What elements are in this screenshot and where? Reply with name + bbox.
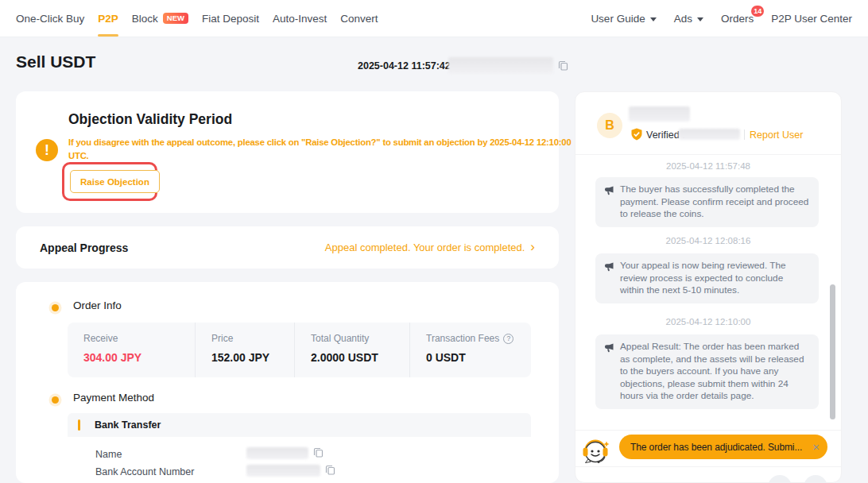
caret-down-icon (650, 17, 657, 21)
system-message-bubble: Your appeal is now being reviewed. The r… (595, 253, 819, 303)
nav-one-click-buy[interactable]: One-Click Buy (16, 0, 84, 37)
warning-line-2: UTC. (68, 149, 572, 163)
page-title: Sell USDT (16, 52, 95, 71)
field-value: 2.0000 USDT (311, 351, 409, 364)
appeal-progress-card: Appeal Progress Appeal completed. Your o… (16, 226, 559, 269)
nav-auto-invest[interactable]: Auto-Invest (273, 0, 327, 37)
adjudicated-toast: The order has been adjudicated. Submi...… (619, 435, 827, 459)
chat-timestamp: 2025-04-12 11:57:48 (575, 161, 841, 171)
help-icon[interactable]: ? (503, 334, 513, 344)
chat-action-button[interactable] (768, 475, 792, 483)
field-value: 0 USDT (426, 351, 531, 364)
nav-left-group: One-Click Buy P2P Block NEW Fiat Deposit… (16, 0, 378, 37)
nav-block[interactable]: Block NEW (132, 0, 188, 37)
nav-right-group: User Guide Ads Orders 14 P2P User Center (591, 0, 852, 37)
chat-timestamp: 2025-04-12 12:08:16 (575, 236, 841, 245)
payee-name-redacted (246, 447, 308, 459)
chat-panel: B Verified : Report User 2025-04-12 11:5… (575, 91, 842, 483)
close-icon[interactable]: × (808, 440, 820, 454)
raise-objection-button[interactable]: Raise Objection (70, 170, 160, 193)
nav-label: Auto-Invest (273, 13, 327, 25)
appeal-progress-label: Appeal Progress (40, 242, 128, 254)
bank-account-number-redacted (246, 465, 320, 477)
megaphone-icon (603, 342, 614, 354)
message-text: The buyer has successfully completed the… (620, 184, 808, 219)
support-mascot-icon[interactable] (579, 435, 611, 467)
chat-footer-divider (575, 430, 841, 431)
chat-scrollbar-thumb[interactable] (830, 284, 835, 419)
appeal-status-link[interactable]: Appeal completed. Your order is complete… (325, 242, 535, 253)
verified-shield-icon (630, 128, 643, 141)
chat-timestamp: 2025-04-12 12:10:00 (575, 317, 841, 327)
objection-validity-card: ! Objection Validity Period If you disag… (16, 91, 559, 213)
nav-p2p-user-center[interactable]: P2P User Center (771, 0, 852, 37)
chevron-right-icon: › (530, 240, 535, 253)
order-info-receive: Receive 304.00 JPY (68, 323, 195, 377)
order-info-price: Price 152.00 JPY (195, 323, 294, 377)
copy-name-button[interactable] (312, 446, 324, 458)
vertical-divider (744, 129, 745, 140)
nav-label: P2P User Center (771, 13, 852, 25)
system-message-bubble: The buyer has successfully completed the… (595, 177, 819, 227)
order-info-transaction-fees: Transaction Fees ? 0 USDT (409, 323, 531, 377)
caret-down-icon (697, 17, 703, 21)
bank-transfer-header: Bank Transfer (68, 413, 531, 437)
nav-orders[interactable]: Orders 14 (721, 0, 754, 37)
report-user-link[interactable]: Report User (750, 129, 803, 141)
chat-bottom-divider (575, 466, 841, 467)
copy-icon (324, 464, 336, 476)
nav-label: User Guide (591, 13, 645, 25)
verified-info-redacted (679, 129, 740, 140)
copy-order-number-button[interactable] (557, 60, 569, 71)
top-nav: One-Click Buy P2P Block NEW Fiat Deposit… (0, 0, 868, 37)
field-label: Total Quantity (311, 333, 409, 344)
orange-accent-bar (78, 419, 80, 431)
nav-label: Convert (340, 13, 378, 25)
field-label: Price (211, 333, 294, 344)
order-number-redacted (448, 57, 553, 74)
megaphone-icon (603, 261, 614, 272)
nav-label: One-Click Buy (16, 13, 84, 25)
payee-name-label: Name (95, 449, 122, 460)
chat-action-button[interactable] (804, 475, 827, 483)
field-label-with-help: Transaction Fees ? (426, 333, 531, 344)
nav-label: Block (132, 13, 158, 25)
appeal-status-text: Appeal completed. Your order is complete… (325, 242, 525, 253)
counterparty-name-redacted (629, 106, 690, 122)
message-text: Appeal Result: The order has been marked… (620, 341, 804, 401)
active-tab-underline (98, 34, 118, 37)
warning-icon: ! (36, 139, 58, 161)
system-message-bubble: Appeal Result: The order has been marked… (595, 334, 819, 409)
toast-text: The order has been adjudicated. Submi... (630, 442, 802, 453)
nav-fiat-deposit[interactable]: Fiat Deposit (202, 0, 259, 37)
order-info-section-label: Order Info (73, 299, 122, 311)
field-label: Transaction Fees (426, 333, 499, 344)
orders-count-badge: 14 (751, 6, 764, 17)
objection-warning-text: If you disagree with the appeal outcome,… (68, 136, 572, 163)
copy-icon (312, 446, 324, 458)
payment-method-section-label: Payment Method (73, 392, 154, 404)
nav-ads[interactable]: Ads (674, 0, 703, 37)
nav-p2p[interactable]: P2P (98, 0, 118, 37)
bank-account-number-label: Bank Account Number (95, 466, 194, 477)
nav-label: Ads (674, 13, 692, 25)
nav-user-guide[interactable]: User Guide (591, 0, 656, 37)
field-label: Receive (83, 333, 195, 344)
chat-header-divider (575, 154, 841, 155)
nav-label: P2P (98, 13, 118, 25)
field-value: 304.00 JPY (83, 351, 195, 364)
copy-icon (557, 60, 569, 71)
order-details-card: Order Info Receive 304.00 JPY Price 152.… (16, 282, 559, 483)
nav-label: Orders (721, 13, 754, 25)
message-text: Your appeal is now being reviewed. The r… (620, 260, 786, 296)
timeline-bullet-icon (52, 304, 59, 311)
new-badge: NEW (163, 13, 188, 24)
order-info-total-quantity: Total Quantity 2.0000 USDT (294, 323, 409, 377)
timeline-bullet-icon (52, 396, 59, 404)
nav-convert[interactable]: Convert (340, 0, 378, 37)
objection-title: Objection Validity Period (68, 111, 232, 128)
nav-label: Fiat Deposit (202, 13, 259, 25)
counterparty-avatar[interactable]: B (597, 113, 622, 138)
copy-account-number-button[interactable] (324, 464, 336, 476)
order-timestamp: 2025-04-12 11:57:42 (358, 60, 451, 71)
